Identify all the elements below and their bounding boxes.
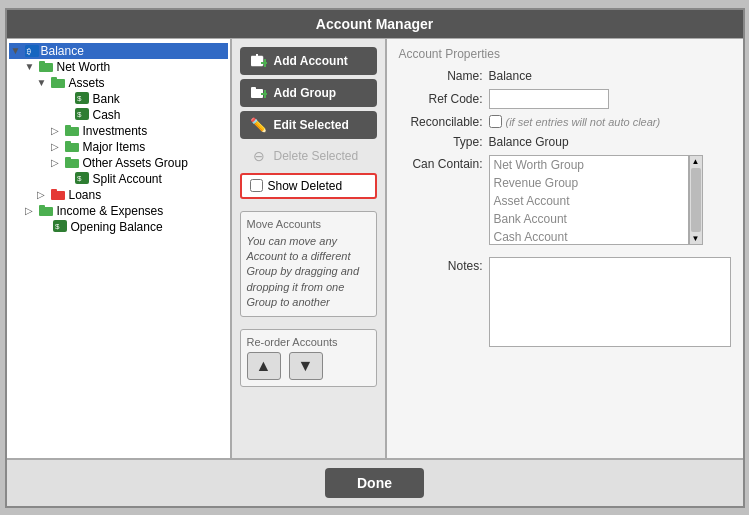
svg-rect-3 bbox=[39, 61, 45, 65]
show-deleted-wrapper: Show Deleted bbox=[240, 173, 377, 199]
expander-other-assets[interactable]: ▷ bbox=[51, 157, 65, 168]
tree-label-other-assets: Other Assets Group bbox=[83, 156, 188, 170]
name-value: Balance bbox=[489, 69, 532, 83]
tree-label-balance: Balance bbox=[41, 44, 84, 58]
tree-label-loans: Loans bbox=[69, 188, 102, 202]
expander-investments[interactable]: ▷ bbox=[51, 125, 65, 136]
reorder-buttons: ▲ ▼ bbox=[247, 352, 370, 380]
title-bar: Account Manager bbox=[7, 10, 743, 38]
svg-text:$: $ bbox=[55, 222, 60, 231]
tree-item-assets[interactable]: ▼ Assets bbox=[9, 75, 228, 91]
add-group-button[interactable]: Add Group bbox=[240, 79, 377, 107]
add-account-button[interactable]: Add Account bbox=[240, 47, 377, 75]
svg-text:$: $ bbox=[77, 174, 82, 183]
svg-rect-29 bbox=[251, 87, 256, 91]
reconcilable-note: (if set entries will not auto clear) bbox=[506, 116, 661, 128]
expander-net-worth[interactable]: ▼ bbox=[25, 61, 39, 72]
reconcilable-checkbox[interactable] bbox=[489, 115, 502, 128]
scrollbar-down-icon[interactable]: ▼ bbox=[692, 234, 700, 243]
tree-item-opening-balance[interactable]: ▷ $ Opening Balance bbox=[9, 219, 228, 235]
done-button[interactable]: Done bbox=[325, 468, 424, 498]
button-panel: Add Account Add Group ✏️ Edit Selected ⊖… bbox=[232, 39, 387, 458]
tree-item-investments[interactable]: ▷ Investments bbox=[9, 123, 228, 139]
account-icon-cash: $ bbox=[75, 108, 91, 122]
svg-rect-13 bbox=[65, 141, 71, 145]
account-icon-opening-balance: $ bbox=[53, 220, 69, 234]
tree-label-income-expenses: Income & Expenses bbox=[57, 204, 164, 218]
tree-label-net-worth: Net Worth bbox=[57, 60, 111, 74]
edit-selected-button[interactable]: ✏️ Edit Selected bbox=[240, 111, 377, 139]
edit-selected-label: Edit Selected bbox=[274, 118, 349, 132]
svg-rect-24 bbox=[251, 56, 263, 66]
can-contain-item-3[interactable]: Bank Account bbox=[490, 210, 688, 228]
svg-text:₿: ₿ bbox=[26, 47, 31, 56]
can-contain-list[interactable]: Net Worth Group Revenue Group Asset Acco… bbox=[489, 155, 689, 245]
notes-row: Notes: bbox=[399, 257, 731, 444]
account-manager-window: Account Manager ▼ ₿ Balance ▼ Net Worth bbox=[5, 8, 745, 508]
add-group-icon bbox=[250, 85, 268, 101]
tree-label-split-account: Split Account bbox=[93, 172, 162, 186]
show-deleted-checkbox[interactable] bbox=[250, 179, 263, 192]
expander-assets[interactable]: ▼ bbox=[37, 77, 51, 88]
reorder-section: Re-order Accounts ▲ ▼ bbox=[240, 329, 377, 387]
notes-label: Notes: bbox=[399, 257, 489, 273]
can-contain-item-1[interactable]: Revenue Group bbox=[490, 174, 688, 192]
name-label: Name: bbox=[399, 69, 489, 83]
tree-item-major-items[interactable]: ▷ Major Items bbox=[9, 139, 228, 155]
add-group-label: Add Group bbox=[274, 86, 337, 100]
window-title: Account Manager bbox=[316, 16, 433, 32]
content-area: ▼ ₿ Balance ▼ Net Worth ▼ Assets bbox=[7, 38, 743, 458]
can-contain-item-2[interactable]: Asset Account bbox=[490, 192, 688, 210]
can-contain-item-0[interactable]: Net Worth Group bbox=[490, 156, 688, 174]
svg-rect-15 bbox=[65, 157, 71, 161]
tree-item-bank[interactable]: ▷ $ Bank bbox=[9, 91, 228, 107]
move-accounts-section: Move Accounts You can move any Account t… bbox=[240, 211, 377, 318]
tree-item-split-account[interactable]: ▷ $ Split Account bbox=[9, 171, 228, 187]
folder-icon-investments bbox=[65, 124, 81, 138]
tree-label-investments: Investments bbox=[83, 124, 148, 138]
edit-icon: ✏️ bbox=[250, 117, 268, 133]
scrollbar-up-icon[interactable]: ▲ bbox=[692, 157, 700, 166]
reorder-up-button[interactable]: ▲ bbox=[247, 352, 281, 380]
tree-item-loans[interactable]: ▷ Loans bbox=[9, 187, 228, 203]
tree-item-other-assets[interactable]: ▷ Other Assets Group bbox=[9, 155, 228, 171]
delete-icon: ⊖ bbox=[250, 148, 268, 164]
folder-icon-loans bbox=[51, 188, 67, 202]
tree-item-net-worth[interactable]: ▼ Net Worth bbox=[9, 59, 228, 75]
svg-rect-25 bbox=[256, 54, 258, 56]
delete-selected-label: Delete Selected bbox=[274, 149, 359, 163]
folder-icon-other-assets bbox=[65, 156, 81, 170]
reorder-down-button[interactable]: ▼ bbox=[289, 352, 323, 380]
can-contain-item-4[interactable]: Cash Account bbox=[490, 228, 688, 245]
expander-balance[interactable]: ▼ bbox=[11, 45, 25, 56]
folder-icon-assets bbox=[51, 76, 67, 90]
svg-text:$: $ bbox=[77, 110, 82, 119]
expander-major-items[interactable]: ▷ bbox=[51, 141, 65, 152]
tree-label-opening-balance: Opening Balance bbox=[71, 220, 163, 234]
show-deleted-label[interactable]: Show Deleted bbox=[268, 179, 343, 193]
ref-code-label: Ref Code: bbox=[399, 92, 489, 106]
reconcilable-label: Reconcilable: bbox=[399, 115, 489, 129]
tree-label-bank: Bank bbox=[93, 92, 120, 106]
ref-code-row: Ref Code: bbox=[399, 89, 731, 109]
svg-rect-11 bbox=[65, 125, 71, 129]
folder-icon-income-expenses bbox=[39, 204, 55, 218]
tree-label-assets: Assets bbox=[69, 76, 105, 90]
move-accounts-title: Move Accounts bbox=[247, 218, 370, 230]
account-icon-bank: $ bbox=[75, 92, 91, 106]
expander-income-expenses[interactable]: ▷ bbox=[25, 205, 39, 216]
delete-selected-button[interactable]: ⊖ Delete Selected bbox=[240, 143, 377, 169]
tree-item-cash[interactable]: ▷ $ Cash bbox=[9, 107, 228, 123]
expander-loans[interactable]: ▷ bbox=[37, 189, 51, 200]
notes-textarea[interactable] bbox=[489, 257, 731, 347]
can-contain-scrollbar[interactable]: ▲ ▼ bbox=[689, 155, 703, 245]
scrollbar-thumb bbox=[691, 168, 701, 232]
move-accounts-text: You can move any Account to a different … bbox=[247, 234, 370, 311]
svg-text:$: $ bbox=[77, 94, 82, 103]
can-contain-label: Can Contain: bbox=[399, 155, 489, 171]
tree-item-income-expenses[interactable]: ▷ Income & Expenses bbox=[9, 203, 228, 219]
tree-item-balance[interactable]: ▼ ₿ Balance bbox=[9, 43, 228, 59]
svg-rect-21 bbox=[39, 205, 45, 209]
tree-label-cash: Cash bbox=[93, 108, 121, 122]
ref-code-input[interactable] bbox=[489, 89, 609, 109]
